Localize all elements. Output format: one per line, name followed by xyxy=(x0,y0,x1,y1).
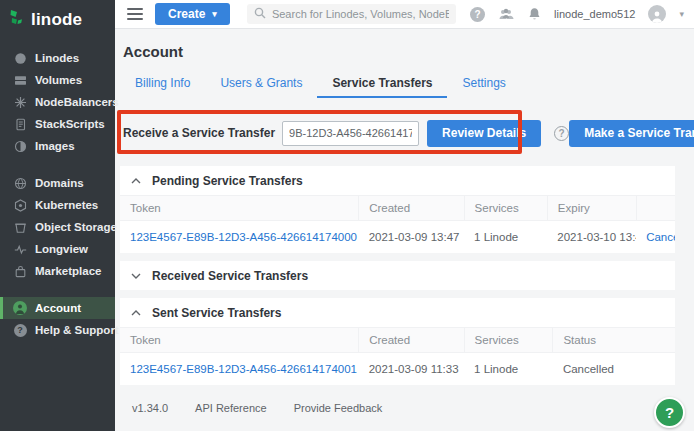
linode-cloud-manager: linode Linodes Volumes NodeBalancers Sta… xyxy=(0,0,694,431)
question-icon: ? xyxy=(665,404,674,421)
sidebar-item-images[interactable]: Images xyxy=(0,135,115,157)
sidebar-group-compute: Linodes Volumes NodeBalancers StackScrip… xyxy=(0,47,115,157)
pending-transfers-section: Pending Service Transfers Token Created … xyxy=(120,166,675,253)
review-details-button[interactable]: Review Details xyxy=(427,120,541,147)
linodes-icon xyxy=(13,51,27,65)
sent-section-toggle[interactable]: Sent Service Transfers xyxy=(120,298,675,327)
chevron-down-icon xyxy=(131,273,141,279)
avatar[interactable] xyxy=(648,5,666,23)
transfer-token-input[interactable] xyxy=(282,121,419,146)
menu-toggle-icon[interactable] xyxy=(127,8,143,20)
api-reference-link[interactable]: API Reference xyxy=(195,402,267,414)
topbar: Create ▾ ? linode_demo512 ▾ xyxy=(115,0,694,29)
table-header-row: Token Created Services Expiry xyxy=(120,196,675,221)
transfer-help-tooltip-icon[interactable]: ? xyxy=(554,126,569,141)
volumes-icon xyxy=(13,73,27,87)
sent-transfers-section: Sent Service Transfers Token Created Ser… xyxy=(120,298,675,385)
sent-token-link[interactable]: 123E4567-E89B-12D3-A456-426614174001 xyxy=(130,363,357,375)
linode-logo[interactable]: linode xyxy=(0,0,115,47)
linode-logo-text: linode xyxy=(31,10,82,30)
column-header-actions xyxy=(636,196,675,221)
pending-expiry-cell: 2021-03-10 13:47 xyxy=(547,221,636,254)
sidebar-item-marketplace[interactable]: Marketplace xyxy=(0,260,115,282)
topbar-actions: ? linode_demo512 ▾ xyxy=(470,5,684,23)
account-menu-chevron-icon[interactable]: ▾ xyxy=(679,9,684,19)
sidebar: linode Linodes Volumes NodeBalancers Sta… xyxy=(0,0,115,431)
tab-billing-info[interactable]: Billing Info xyxy=(120,69,205,98)
images-icon xyxy=(13,139,27,153)
make-service-transfer-button[interactable]: Make a Service Transfer xyxy=(569,120,694,147)
sidebar-item-object-storage[interactable]: Object Storage xyxy=(0,216,115,238)
sidebar-group-account: Account ? Help & Support xyxy=(0,297,115,341)
table-header-row: Token Created Services Status xyxy=(120,328,675,353)
object-storage-icon xyxy=(13,220,27,234)
help-icon: ? xyxy=(13,323,27,337)
tab-service-transfers[interactable]: Service Transfers xyxy=(317,69,447,98)
account-icon xyxy=(13,301,27,315)
pending-services-cell: 1 Linode xyxy=(464,221,547,254)
column-header-status: Status xyxy=(553,328,675,353)
account-tabs: Billing Info Users & Grants Service Tran… xyxy=(120,69,675,98)
chevron-up-icon xyxy=(131,178,141,184)
page-title: Account xyxy=(123,43,675,60)
sidebar-item-longview[interactable]: Longview xyxy=(0,238,115,260)
column-header-token: Token xyxy=(120,328,359,353)
sidebar-item-nodebalancers[interactable]: NodeBalancers xyxy=(0,91,115,113)
help-chat-bubble[interactable]: ? xyxy=(654,397,685,428)
notifications-bell-icon[interactable] xyxy=(528,7,541,21)
column-header-created: Created xyxy=(359,328,464,353)
receive-transfer-row: Receive a Service Transfer Review Detail… xyxy=(123,119,675,147)
tab-settings[interactable]: Settings xyxy=(447,69,520,98)
cancel-transfer-link[interactable]: Cancel xyxy=(646,231,675,243)
search-input[interactable] xyxy=(272,8,449,20)
provide-feedback-link[interactable]: Provide Feedback xyxy=(294,402,383,414)
column-header-created: Created xyxy=(359,196,464,221)
received-transfers-section: Received Service Transfers xyxy=(120,261,675,290)
kubernetes-icon xyxy=(13,198,27,212)
table-row: 123E4567-E89B-12D3-A456-426614174000 202… xyxy=(120,221,675,254)
stackscripts-icon xyxy=(13,117,27,131)
sent-transfers-table: Token Created Services Status 123E4567-E… xyxy=(120,327,675,385)
nodebalancers-icon xyxy=(13,95,27,109)
sidebar-item-help-support[interactable]: ? Help & Support xyxy=(0,319,115,341)
domains-icon xyxy=(13,176,27,190)
linode-logo-icon xyxy=(9,9,25,31)
sent-created-cell: 2021-03-09 11:33 xyxy=(359,353,464,386)
pending-section-toggle[interactable]: Pending Service Transfers xyxy=(120,166,675,195)
pending-token-link[interactable]: 123E4567-E89B-12D3-A456-426614174000 xyxy=(130,231,357,243)
tab-users-grants[interactable]: Users & Grants xyxy=(205,69,317,98)
search-icon xyxy=(254,5,266,23)
main-content: Account Billing Info Users & Grants Serv… xyxy=(115,29,694,431)
version-label[interactable]: v1.34.0 xyxy=(132,402,168,414)
table-row: 123E4567-E89B-12D3-A456-426614174001 202… xyxy=(120,353,675,386)
sent-status-cell: Cancelled xyxy=(553,353,675,386)
sent-services-cell: 1 Linode xyxy=(464,353,553,386)
column-header-token: Token xyxy=(120,196,359,221)
column-header-expiry: Expiry xyxy=(547,196,636,221)
pending-transfers-table: Token Created Services Expiry 123E4567-E… xyxy=(120,195,675,253)
marketplace-icon xyxy=(13,264,27,278)
chevron-down-icon: ▾ xyxy=(212,9,217,19)
chevron-up-icon xyxy=(131,310,141,316)
sidebar-group-services: Domains Kubernetes Object Storage Longvi… xyxy=(0,172,115,282)
create-button[interactable]: Create ▾ xyxy=(155,3,230,25)
sidebar-item-volumes[interactable]: Volumes xyxy=(0,69,115,91)
sidebar-item-account[interactable]: Account xyxy=(0,297,115,319)
sidebar-item-kubernetes[interactable]: Kubernetes xyxy=(0,194,115,216)
community-icon[interactable] xyxy=(498,8,515,21)
help-center-icon[interactable]: ? xyxy=(470,7,485,22)
sidebar-item-domains[interactable]: Domains xyxy=(0,172,115,194)
username[interactable]: linode_demo512 xyxy=(554,8,635,20)
sidebar-item-linodes[interactable]: Linodes xyxy=(0,47,115,69)
column-header-services: Services xyxy=(464,196,547,221)
footer: v1.34.0 API Reference Provide Feedback xyxy=(132,402,675,414)
sidebar-item-stackscripts[interactable]: StackScripts xyxy=(0,113,115,135)
column-header-services: Services xyxy=(464,328,553,353)
longview-icon xyxy=(13,242,27,256)
pending-created-cell: 2021-03-09 13:47 xyxy=(359,221,464,254)
receive-transfer-label: Receive a Service Transfer xyxy=(123,126,275,140)
received-section-toggle[interactable]: Received Service Transfers xyxy=(120,261,675,290)
search-bar[interactable] xyxy=(247,4,456,24)
